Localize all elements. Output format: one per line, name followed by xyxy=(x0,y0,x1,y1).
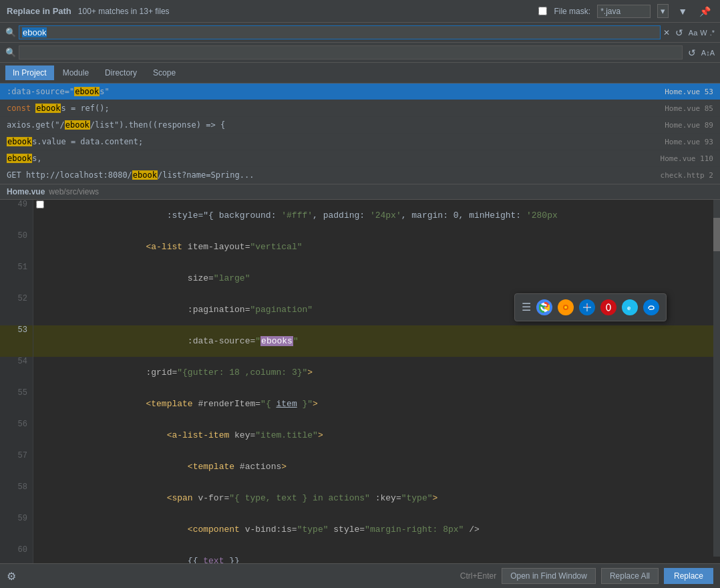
code-line-56: 56 <a-list-item key="item.title"> xyxy=(0,420,720,451)
tabs-row: In Project Module Directory Scope xyxy=(0,63,720,84)
ie-icon[interactable]: e xyxy=(622,299,638,315)
result-content: axios.get("/ebook/list").then((response)… xyxy=(7,120,658,130)
file-mask-input[interactable] xyxy=(597,5,651,18)
code-line-54: 54 :grid="{gutter: 18 ,column: 3}"> xyxy=(0,357,720,388)
line-content: :data-source="ebooks" xyxy=(47,325,720,357)
replace-row: 🔍 ↺ A↕A xyxy=(0,43,720,63)
file-info-bar: Home.vue web/src/views xyxy=(0,184,720,200)
list-view-icon[interactable]: ☰ xyxy=(522,301,531,314)
result-file: Home.vue 85 xyxy=(658,104,713,113)
dialog-title: Replace in Path xyxy=(7,6,71,16)
code-line-60: 60 {{ text }} xyxy=(0,545,720,563)
line-content: :grid="{gutter: 18 ,column: 3}"> xyxy=(47,357,720,388)
line-content: <span v-for="{ type, text } in actions" … xyxy=(47,482,720,514)
line-number: 54 xyxy=(0,357,33,388)
search-input-wrapper: ebook xyxy=(19,25,661,39)
file-mask-label: File mask: xyxy=(554,7,590,16)
result-item[interactable]: ebooks, Home.vue 110 xyxy=(0,150,720,167)
line-checkbox[interactable] xyxy=(36,200,44,208)
line-number: 49 xyxy=(0,200,33,231)
result-item[interactable]: GET http://localhost:8080/ebook/list?nam… xyxy=(0,167,720,184)
result-file: check.http 2 xyxy=(654,171,713,180)
result-file: Home.vue 53 xyxy=(658,88,713,96)
replace-all-button[interactable]: Replace All xyxy=(601,568,659,584)
file-mask-dropdown[interactable]: ▾ xyxy=(657,4,669,18)
line-content: :style="{ background: '#fff', padding: '… xyxy=(47,200,720,231)
replace-undo-button[interactable]: ↺ xyxy=(685,46,699,59)
svg-point-13 xyxy=(647,303,656,312)
case-sensitive-button[interactable]: Aa xyxy=(689,29,697,37)
line-number: 50 xyxy=(0,231,33,263)
file-mask-checkbox[interactable] xyxy=(538,7,547,15)
settings-button[interactable]: ⚙ xyxy=(7,570,16,583)
line-content: <a-list-item key="item.title"> xyxy=(47,420,720,451)
line-content: <template #renderItem="{ item }"> xyxy=(47,388,720,420)
browser-popup: ☰ e xyxy=(514,293,667,321)
search-undo-button[interactable]: ↺ xyxy=(673,26,686,39)
result-content: GET http://localhost:8080/ebook/list?nam… xyxy=(7,170,654,180)
line-number: 55 xyxy=(0,388,33,420)
result-content: :data-source="ebooks" xyxy=(7,87,658,96)
svg-text:e: e xyxy=(627,305,631,312)
replace-button[interactable]: Replace xyxy=(664,568,713,584)
code-line-58: 58 <span v-for="{ type, text } in action… xyxy=(0,482,720,514)
line-content: <template #actions> xyxy=(47,451,720,482)
replace-input-wrapper xyxy=(19,45,683,59)
search-clear-button[interactable]: ✕ xyxy=(663,28,670,37)
code-line-49: 49 :style="{ background: '#fff', padding… xyxy=(0,200,720,231)
line-number: 53 xyxy=(0,325,33,357)
code-line-55: 55 <template #renderItem="{ item }"> xyxy=(0,388,720,420)
line-content: <a-list item-layout="vertical" xyxy=(47,231,720,263)
result-file: Home.vue 110 xyxy=(654,154,713,163)
search-input[interactable] xyxy=(47,27,657,37)
line-number: 52 xyxy=(0,294,33,325)
header-bar: Replace in Path 100+ matches in 13+ file… xyxy=(0,0,720,23)
chrome-icon[interactable] xyxy=(536,299,552,315)
line-number: 56 xyxy=(0,420,33,451)
match-count: 100+ matches in 13+ files xyxy=(78,7,532,16)
shortcut-hint: Ctrl+Enter xyxy=(460,571,496,581)
code-lines: 49 :style="{ background: '#fff', padding… xyxy=(0,200,720,563)
line-content: size="large" xyxy=(47,263,720,294)
tab-module[interactable]: Module xyxy=(55,65,96,80)
code-editor[interactable]: 49 :style="{ background: '#fff', padding… xyxy=(0,200,720,563)
result-content: const ebooks = ref(); xyxy=(7,104,658,113)
result-item[interactable]: ebooks.value = data.content; Home.vue 93 xyxy=(0,134,720,150)
tab-in-project[interactable]: In Project xyxy=(5,65,54,80)
replace-input[interactable] xyxy=(22,47,679,57)
open-find-window-button[interactable]: Open in Find Window xyxy=(502,568,596,584)
line-content: <component v-bind:is="type" style="margi… xyxy=(47,514,720,545)
filter-button[interactable]: ▼ xyxy=(675,5,690,18)
tab-scope[interactable]: Scope xyxy=(146,65,183,80)
opera-icon[interactable] xyxy=(600,299,616,315)
regex-button[interactable]: .* xyxy=(710,29,715,37)
edge-icon[interactable] xyxy=(643,299,659,315)
tab-directory[interactable]: Directory xyxy=(98,65,144,80)
firefox-icon[interactable] xyxy=(558,299,574,315)
file-name: Home.vue xyxy=(7,187,45,196)
search-highlight: ebook xyxy=(22,27,47,37)
line-content: {{ text }} xyxy=(47,545,720,563)
safari-icon[interactable] xyxy=(579,299,595,315)
line-number: 58 xyxy=(0,482,33,514)
result-item[interactable]: :data-source="ebooks" Home.vue 53 xyxy=(0,84,720,100)
whole-word-button[interactable]: W xyxy=(700,29,707,37)
replace-aa-button[interactable]: A↕A xyxy=(701,49,715,57)
pin-button[interactable]: 📌 xyxy=(697,5,713,18)
result-file: Home.vue 89 xyxy=(658,121,713,130)
search-icon: 🔍 xyxy=(5,27,16,37)
line-number: 57 xyxy=(0,451,33,482)
result-item[interactable]: const ebooks = ref(); Home.vue 85 xyxy=(0,100,720,117)
result-item[interactable]: axios.get("/ebook/list").then((response)… xyxy=(0,117,720,134)
code-line-50: 50 <a-list item-layout="vertical" xyxy=(0,231,720,263)
replace-icon: 🔍 xyxy=(5,47,16,57)
result-content: ebooks, xyxy=(7,154,654,163)
line-number: 51 xyxy=(0,263,33,294)
line-number: 59 xyxy=(0,514,33,545)
svg-point-4 xyxy=(564,306,567,309)
vertical-scrollbar[interactable] xyxy=(713,200,720,557)
results-list: :data-source="ebooks" Home.vue 53 const … xyxy=(0,84,720,184)
search-row: 🔍 ebook ✕ ↺ Aa W .* xyxy=(0,23,720,43)
code-line-59: 59 <component v-bind:is="type" style="ma… xyxy=(0,514,720,545)
main-container: Replace in Path 100+ matches in 13+ file… xyxy=(0,0,720,588)
